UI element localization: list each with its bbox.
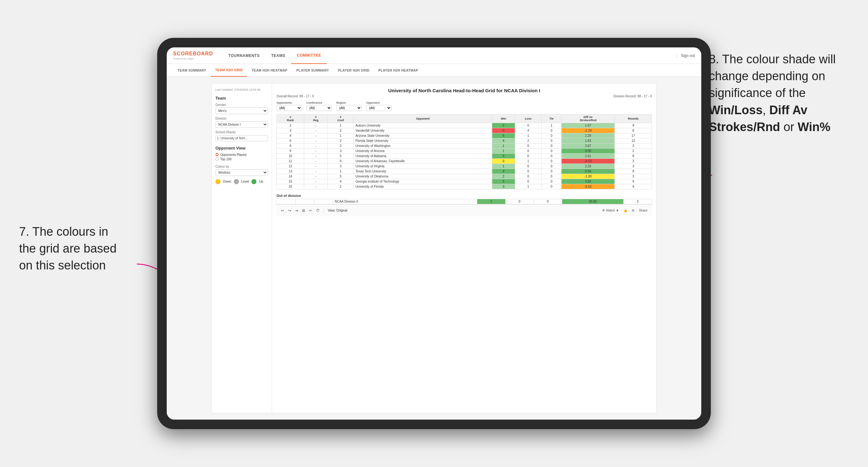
filter-opponents-label: Opponents: xyxy=(277,101,302,104)
sidebar-school-label: School (Rank) xyxy=(215,130,268,134)
cell-diff: 2.28 xyxy=(561,133,615,138)
toolbar-share[interactable]: Share xyxy=(639,209,648,212)
toolbar-feedback[interactable]: 👍 xyxy=(623,209,627,212)
col-tie: Tie xyxy=(541,115,561,123)
bottom-toolbar: ↩ ↪ ⇥ ⊞ ✂ ⏱ View: Original 👁 Watch ▼ 👍 ⚙… xyxy=(277,204,652,216)
table-row: 2 - 1 Auburn University 2 0 1 1.67 9 xyxy=(277,123,652,128)
table-row: 3 - 2 Vanderbilt University 0 4 0 -2.29 … xyxy=(277,128,652,133)
cell-loss: 1 xyxy=(515,184,541,189)
subnav-team-h2h-grid[interactable]: TEAM H2H GRID xyxy=(211,64,247,77)
subnav-player-h2h-grid[interactable]: PLAYER H2H GRID xyxy=(334,64,374,77)
colour-by-select[interactable]: Win/loss xyxy=(215,169,268,176)
toolbar-copy[interactable]: ⊞ xyxy=(302,208,305,213)
subnav-player-h2h-heatmap[interactable]: PLAYER H2H HEATMAP xyxy=(374,64,423,77)
filter-conference-label: Conference xyxy=(306,101,332,104)
subnav-team-summary[interactable]: TEAM SUMMARY xyxy=(173,64,211,77)
cell-opponent: University of Arkansas, Fayetteville xyxy=(354,159,492,164)
cell-opponent: University of Alabama xyxy=(354,154,492,159)
cell-conf: 2 xyxy=(328,184,353,189)
cell-conf: 6 xyxy=(328,159,353,164)
sidebar-division-select[interactable]: NCAA Division I xyxy=(215,121,268,128)
sign-out-area: | Sign out xyxy=(676,54,695,58)
cell-win: 3 xyxy=(492,169,515,174)
toolbar-settings[interactable]: ⚙ xyxy=(631,209,634,212)
table-row: 16 - 2 University of Florida 3 1 0 -6.62… xyxy=(277,184,652,189)
cell-win: 3 xyxy=(492,184,515,189)
radio-top100[interactable]: Top 100 xyxy=(215,157,268,161)
subnav-team-h2h-heatmap[interactable]: TEAM H2H HEATMAP xyxy=(247,64,292,77)
sidebar-team-title: Team xyxy=(215,96,268,100)
filter-region-label: Region xyxy=(336,101,362,104)
toolbar-redo[interactable]: ↪ xyxy=(288,208,291,213)
filter-region-select[interactable]: (All) xyxy=(336,105,362,111)
cell-win: 1 xyxy=(492,149,515,154)
filter-conference-select[interactable]: (All) xyxy=(306,105,332,111)
cell-opponent: University of Virginia xyxy=(354,164,492,169)
sidebar: Last Updated: 27/03/2024 16:55:38 Team G… xyxy=(212,83,272,413)
main-content: Last Updated: 27/03/2024 16:55:38 Team G… xyxy=(167,77,701,419)
filters-row: Opponents: (All) Conference (All) xyxy=(277,101,652,111)
cell-reg: - xyxy=(304,169,328,174)
cell-tie: 0 xyxy=(541,149,561,154)
cell-opponent: University of Washington xyxy=(354,144,492,149)
sidebar-opponent-view: Opponent View Opponents Played Top 100 xyxy=(215,146,268,161)
cell-loss: 4 xyxy=(515,128,541,133)
cell-win: 4 xyxy=(492,138,515,144)
cell-diff: -6.62 xyxy=(561,184,615,189)
radio-opponents-played[interactable]: Opponents Played xyxy=(215,153,268,157)
toolbar-undo[interactable]: ↩ xyxy=(281,208,284,213)
nav-committee[interactable]: COMMITTEE xyxy=(291,48,327,64)
cell-rank: 12 xyxy=(277,164,304,169)
cell-opponent: University of Florida xyxy=(354,184,492,189)
filter-opponent-select[interactable]: (All) xyxy=(366,105,392,111)
col-opponent: Opponent xyxy=(354,115,492,123)
sidebar-gender-select[interactable]: Men's xyxy=(215,107,268,114)
cell-rounds: 8 xyxy=(615,154,652,159)
cell-opponent: Auburn University xyxy=(354,123,492,128)
toolbar-timer[interactable]: ⏱ xyxy=(316,208,320,213)
toolbar-separator xyxy=(323,208,324,214)
app-header: SCOREBOARD Powered by clippd TOURNAMENTS… xyxy=(167,48,701,64)
cell-reg: - xyxy=(304,179,328,184)
cell-loss: 2 xyxy=(515,138,541,144)
cell-tie: 0 xyxy=(541,164,561,169)
cell-rounds: 9 xyxy=(615,123,652,128)
main-panel: Last Updated: 27/03/2024 16:55:38 Team G… xyxy=(211,83,657,413)
sign-out-link[interactable]: Sign out xyxy=(681,54,695,58)
toolbar-forward[interactable]: ⇥ xyxy=(295,208,298,213)
cell-diff: -4.33 xyxy=(561,159,615,164)
cell-opponent: Texas Tech University xyxy=(354,169,492,174)
cell-diff: -1.00 xyxy=(561,174,615,179)
toolbar-watch[interactable]: 👁 Watch ▼ xyxy=(602,209,619,212)
cell-opponent: Florida State University xyxy=(354,138,492,144)
nav-tournaments[interactable]: TOURNAMENTS xyxy=(223,48,266,64)
cell-win: 0 xyxy=(492,128,515,133)
tablet-screen: SCOREBOARD Powered by clippd TOURNAMENTS… xyxy=(167,48,701,419)
filter-conference: Conference (All) xyxy=(306,101,332,111)
cell-rank: 15 xyxy=(277,179,304,184)
cell-loss: 0 xyxy=(515,174,541,179)
cell-conf: 5 xyxy=(328,154,353,159)
cell-rounds: 9 xyxy=(615,169,652,174)
cell-diff: 9.00 xyxy=(561,149,615,154)
cell-rounds: 2 xyxy=(615,149,652,154)
subnav-player-summary[interactable]: PLAYER SUMMARY xyxy=(292,64,334,77)
cell-opponent: Georgia Institute of Technology xyxy=(354,179,492,184)
ood-rounds: 3 xyxy=(624,199,652,204)
cell-rank: 8 xyxy=(277,144,304,149)
cell-opponent: University of Oklahoma xyxy=(354,174,492,179)
opponent-view-label: Opponent View xyxy=(215,146,268,151)
col-reg: #Reg xyxy=(304,115,328,123)
table-row: 14 - 5 University of Oklahoma 2 0 0 -1.0… xyxy=(277,174,652,179)
cell-rank: 11 xyxy=(277,159,304,164)
cell-conf: 3 xyxy=(328,164,353,169)
filter-opponents-select[interactable]: (All) xyxy=(277,105,302,111)
cell-win: 1 xyxy=(492,144,515,149)
toolbar-cut[interactable]: ✂ xyxy=(309,208,312,213)
nav-teams[interactable]: TEAMS xyxy=(266,48,291,64)
cell-opponent: University of Arizona xyxy=(354,149,492,154)
cell-rank: 14 xyxy=(277,174,304,179)
cell-diff: -2.29 xyxy=(561,128,615,133)
legend-row: Down Level Up xyxy=(215,179,268,184)
cell-loss: 0 xyxy=(515,154,541,159)
